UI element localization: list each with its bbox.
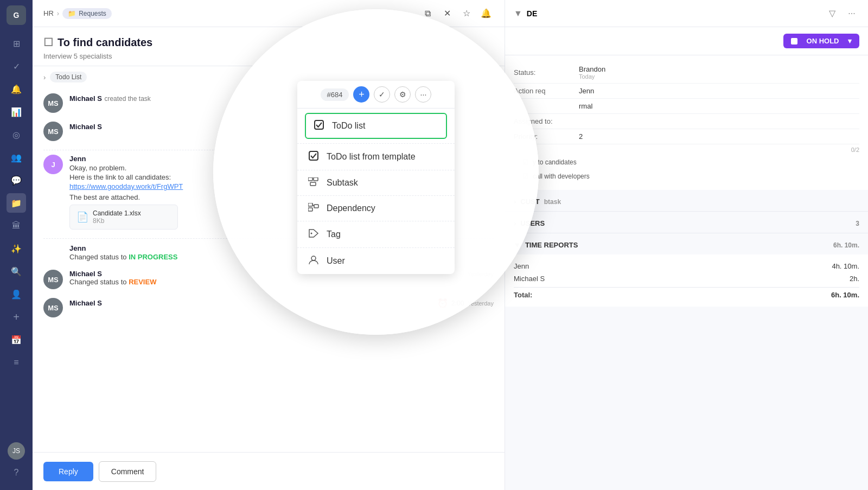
svg-point-10 bbox=[311, 256, 316, 260]
right-panel-header: ▼ DE ▽ ··· bbox=[505, 0, 868, 27]
sidebar-item-magic[interactable]: ✨ bbox=[7, 239, 26, 258]
time-value-total: 6h. 10m. bbox=[831, 291, 859, 299]
more-icon[interactable]: ··· bbox=[844, 6, 859, 21]
menu-item-todo[interactable]: ToDo list bbox=[305, 113, 447, 139]
todo-checkbox-icon bbox=[314, 120, 324, 132]
menu-item-tag[interactable]: Tag bbox=[297, 221, 455, 248]
breadcrumb-current[interactable]: 📁 Requests bbox=[62, 8, 112, 19]
svg-rect-7 bbox=[314, 205, 318, 208]
menu-item-dependency[interactable]: Dependency bbox=[297, 196, 455, 221]
add-button[interactable]: + bbox=[353, 86, 369, 103]
sidebar-item-search[interactable]: 🔍 bbox=[7, 262, 26, 281]
breadcrumb-current-label: Requests bbox=[79, 10, 106, 17]
time-row-jenn: Jenn 4h. 10m. bbox=[514, 260, 859, 272]
activity-meta: created the task bbox=[104, 95, 150, 103]
menu-item-todo-template[interactable]: ToDo list from template bbox=[297, 144, 455, 170]
activity-name: Michael S bbox=[69, 270, 102, 278]
sidebar-logo[interactable]: G bbox=[7, 5, 26, 25]
subtask-icon bbox=[308, 177, 319, 188]
section-cust[interactable]: › CUST btask bbox=[505, 192, 868, 211]
sidebar-item-help[interactable]: ? bbox=[7, 463, 26, 482]
section-time-reports[interactable]: ▼ TIME REPORTS 6h. 10m. bbox=[505, 236, 868, 254]
file-info: Candidate 1.xlsx 8Kb bbox=[93, 209, 141, 225]
status-badge[interactable]: ON HOLD ▾ bbox=[783, 34, 859, 48]
activity-name: Michael S bbox=[69, 94, 102, 103]
avatar: MS bbox=[43, 122, 63, 141]
avatar: MS bbox=[43, 93, 63, 113]
progress-text: 0/2 bbox=[851, 147, 859, 153]
breadcrumb-parent[interactable]: HR bbox=[43, 9, 54, 17]
menu-item-user-label: User bbox=[327, 256, 345, 266]
sidebar-item-menu[interactable]: ≡ bbox=[7, 353, 26, 372]
sidebar-item-tasks[interactable]: ✓ bbox=[7, 56, 26, 76]
sidebar-item-calendar[interactable]: 📅 bbox=[7, 330, 26, 349]
file-size: 8Kb bbox=[93, 217, 141, 225]
pinned-badge[interactable]: Todo List bbox=[50, 72, 87, 82]
gear-button[interactable]: ⚙ bbox=[394, 86, 411, 103]
sidebar-item-add[interactable]: + bbox=[7, 307, 26, 327]
task-item-text2: call with developers bbox=[533, 173, 590, 180]
pinned-toggle[interactable]: › bbox=[43, 73, 46, 81]
detail-row-status: Status: Brandon Today bbox=[514, 62, 859, 84]
sidebar-item-projects[interactable]: 📁 bbox=[7, 193, 26, 213]
sidebar-item-notifications[interactable]: 🔔 bbox=[7, 79, 26, 99]
subtask-label: btask bbox=[544, 198, 561, 206]
svg-rect-4 bbox=[310, 182, 316, 186]
status-color-swatch bbox=[791, 38, 797, 44]
menu-item-user[interactable]: User bbox=[297, 248, 455, 274]
more-button[interactable]: ··· bbox=[415, 86, 431, 103]
activity-name: Jenn bbox=[69, 244, 86, 252]
filter-icon[interactable]: ▽ bbox=[825, 6, 840, 21]
sidebar-item-buildings[interactable]: 🏛 bbox=[7, 216, 26, 236]
detail-row-normal: rmal bbox=[514, 99, 859, 114]
dependency-icon bbox=[308, 203, 319, 214]
breadcrumb-separator: › bbox=[57, 9, 59, 17]
check-circle-button[interactable]: ✓ bbox=[374, 86, 390, 103]
status-badge-label: ON HOLD bbox=[807, 37, 839, 45]
sidebar-item-team[interactable]: 👥 bbox=[7, 148, 26, 167]
sidebar-item-activity[interactable]: ◎ bbox=[7, 125, 26, 144]
menu-item-todo-template-label: ToDo list from template bbox=[327, 152, 416, 162]
star-button[interactable]: ☆ bbox=[459, 6, 474, 21]
dropdown-container: #684 + ✓ ⚙ ··· ToDo list bbox=[213, 70, 539, 274]
sidebar-avatar[interactable]: JS bbox=[8, 442, 25, 460]
time-value-jenn: 4h. 10m. bbox=[832, 262, 859, 270]
sidebar-item-home[interactable]: ⊞ bbox=[7, 34, 26, 53]
bell-button[interactable]: 🔔 bbox=[478, 6, 494, 21]
section-users[interactable]: › USERS 3 bbox=[505, 214, 868, 233]
breadcrumb: HR › 📁 Requests bbox=[43, 8, 112, 19]
status-bar: ON HOLD ▾ bbox=[505, 27, 868, 55]
collapse-icon[interactable]: ▼ bbox=[514, 9, 522, 18]
svg-rect-2 bbox=[308, 177, 312, 181]
close-button[interactable]: ✕ bbox=[439, 6, 455, 21]
menu-item-subtask[interactable]: Subtask bbox=[297, 170, 455, 196]
svg-rect-3 bbox=[314, 177, 318, 181]
detail-value-jenn: Jenn bbox=[579, 87, 594, 95]
file-attachment[interactable]: 📄 Candidate 1.xlsx 8Kb bbox=[69, 205, 178, 230]
todo-template-checkbox-icon bbox=[308, 151, 319, 163]
sidebar: G ⊞ ✓ 🔔 📊 ◎ 👥 💬 📁 🏛 ✨ 🔍 👤 + 📅 ≡ JS ? bbox=[0, 0, 33, 490]
activity-link[interactable]: https://www.goodday.work/t/FrgWPT bbox=[69, 182, 183, 190]
user-icon bbox=[308, 255, 319, 267]
reply-button[interactable]: Reply bbox=[43, 462, 93, 481]
task-item-row: ☑ call with developers bbox=[514, 169, 859, 183]
dropdown-menu: #684 + ✓ ⚙ ··· ToDo list bbox=[297, 81, 455, 274]
sidebar-item-user-add[interactable]: 👤 bbox=[7, 284, 26, 304]
tag-icon bbox=[308, 228, 319, 240]
brandon-text: Brandon bbox=[579, 65, 605, 73]
comment-button[interactable]: Comment bbox=[99, 461, 157, 482]
avatar: MS bbox=[43, 298, 63, 317]
section-time-count: 6h. 10m. bbox=[833, 241, 859, 249]
reply-bar: Reply Comment bbox=[33, 452, 505, 490]
dropdown-toolbar: #684 + ✓ ⚙ ··· bbox=[297, 81, 455, 109]
time-row-michael: Michael S 2h. bbox=[514, 272, 859, 285]
sidebar-item-reports[interactable]: 📊 bbox=[7, 102, 26, 122]
time-row-total: Total: 6h. 10m. bbox=[514, 287, 859, 301]
sidebar-item-messages[interactable]: 💬 bbox=[7, 170, 26, 190]
detail-value-rmal: rmal bbox=[579, 102, 592, 110]
detail-row-priority: Priority: 2 bbox=[514, 129, 859, 144]
svg-rect-5 bbox=[308, 203, 312, 206]
task-item-text: y to candidates bbox=[533, 158, 577, 166]
detail-value-priority: 2 bbox=[579, 132, 583, 141]
file-name: Candidate 1.xlsx bbox=[93, 209, 141, 217]
